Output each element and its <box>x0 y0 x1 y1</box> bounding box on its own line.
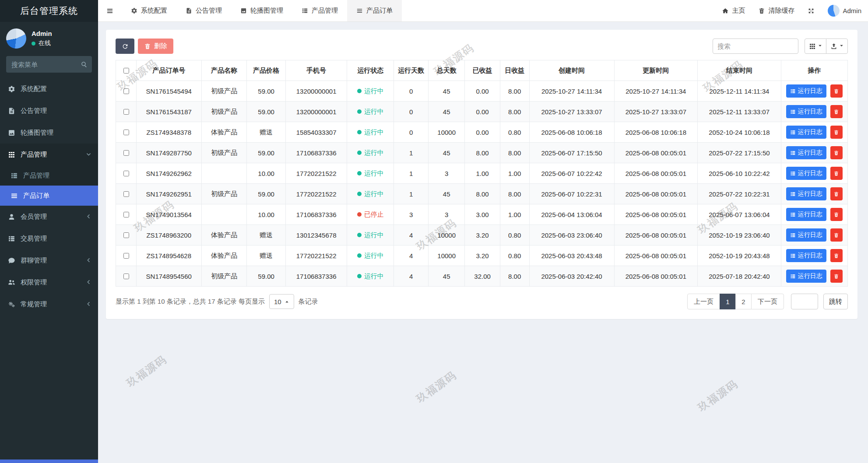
header-daily-earn: 日收益 <box>500 60 529 81</box>
next-page-button[interactable]: 下一页 <box>751 294 784 309</box>
grid-icon <box>809 43 816 50</box>
cell-daily-earn: 8.00 <box>500 143 529 163</box>
caret-down-icon <box>818 43 822 49</box>
home-icon <box>722 7 729 14</box>
cell-daily-earn: 8.00 <box>500 102 529 122</box>
row-checkbox[interactable] <box>123 253 129 259</box>
sidebar-item-product-management[interactable]: 产品管理 <box>0 144 98 165</box>
row-delete-button[interactable] <box>830 187 843 200</box>
cell-phone: 17106837336 <box>285 204 347 225</box>
grid-icon <box>8 151 15 158</box>
row-delete-button[interactable] <box>830 126 843 139</box>
cell-price: 59.00 <box>247 184 286 204</box>
status-badge: 运行中 <box>357 190 384 198</box>
cell-end-time: 2025-07-22 10:22:31 <box>698 184 781 204</box>
sidebar-item-permissions[interactable]: 权限管理 <box>0 271 98 293</box>
status-dot-icon <box>357 89 362 93</box>
fullscreen-button[interactable] <box>801 0 821 21</box>
status-label: 运行中 <box>364 272 384 281</box>
run-log-button[interactable]: 运行日志 <box>786 270 826 283</box>
sidebar-toggle-button[interactable] <box>98 0 122 21</box>
search-icon <box>81 61 88 68</box>
prev-page-button[interactable]: 上一页 <box>687 294 720 309</box>
row-checkbox[interactable] <box>123 150 129 156</box>
row-delete-button[interactable] <box>830 105 843 118</box>
run-log-button[interactable]: 运行日志 <box>786 249 826 262</box>
sidebar-submenu: 产品管理 产品订单 <box>0 165 98 206</box>
row-checkbox[interactable] <box>123 130 129 135</box>
page-button-1[interactable]: 1 <box>720 294 736 309</box>
tab-system-config[interactable]: 系统配置 <box>122 0 176 21</box>
cell-actions: 运行日志 <box>781 204 847 225</box>
sidebar-search-input[interactable] <box>6 56 92 73</box>
page-size-select[interactable]: 10 <box>269 294 294 309</box>
list-icon <box>11 172 18 179</box>
run-log-button[interactable]: 运行日志 <box>786 84 826 98</box>
page-button-2[interactable]: 2 <box>735 294 752 309</box>
tab-announcements[interactable]: 公告管理 <box>176 0 231 21</box>
run-log-button[interactable]: 运行日志 <box>786 228 826 242</box>
table-row: SN1748954560 初级产品 59.00 17106837336 运行中 <box>116 266 848 287</box>
columns-toggle-button[interactable] <box>805 39 826 54</box>
list-icon <box>790 274 796 279</box>
tab-product-management[interactable]: 产品管理 <box>292 0 347 21</box>
export-button[interactable] <box>826 39 848 54</box>
cell-end-time: 2025-07-22 17:15:50 <box>698 143 781 163</box>
jump-button[interactable]: 跳转 <box>823 294 848 309</box>
sidebar-item-group-chat[interactable]: 群聊管理 <box>0 249 98 271</box>
cell-run-days: 4 <box>394 266 429 287</box>
sidebar-item-announcements[interactable]: 公告管理 <box>0 100 98 122</box>
cell-phone: 17106837336 <box>285 143 347 163</box>
run-log-button[interactable]: 运行日志 <box>786 146 826 159</box>
header-run-status: 运行状态 <box>347 60 394 81</box>
row-delete-button[interactable] <box>830 84 843 98</box>
row-delete-button[interactable] <box>830 270 843 283</box>
sidebar-item-members[interactable]: 会员管理 <box>0 206 98 228</box>
row-delete-button[interactable] <box>830 228 843 242</box>
run-log-label: 运行日志 <box>798 149 822 157</box>
cell-updated: 2025-06-08 10:06:18 <box>614 122 698 143</box>
table-toolbar: 删除 <box>116 39 848 54</box>
row-checkbox[interactable] <box>123 191 129 197</box>
run-log-button[interactable]: 运行日志 <box>786 208 826 221</box>
sidebar-item-transactions[interactable]: 交易管理 <box>0 228 98 249</box>
cell-earned: 8.00 <box>465 184 500 204</box>
table-footer: 显示第 1 到第 10 条记录，总共 17 条记录 每页显示 10 条记录 上一… <box>116 294 848 309</box>
refresh-button[interactable] <box>116 39 134 54</box>
row-checkbox[interactable] <box>123 109 129 115</box>
row-checkbox[interactable] <box>123 232 129 238</box>
home-link[interactable]: 主页 <box>715 0 752 21</box>
run-log-label: 运行日志 <box>798 169 822 177</box>
sidebar-item-system-config[interactable]: 系统配置 <box>0 78 98 100</box>
run-log-button[interactable]: 运行日志 <box>786 126 826 139</box>
row-delete-button[interactable] <box>830 249 843 262</box>
run-log-button[interactable]: 运行日志 <box>786 187 826 200</box>
select-all-checkbox[interactable] <box>123 68 129 74</box>
cell-total-days: 45 <box>428 266 465 287</box>
row-checkbox[interactable] <box>123 274 129 279</box>
jump-page-input[interactable] <box>791 294 818 309</box>
row-delete-button[interactable] <box>830 146 843 159</box>
row-delete-button[interactable] <box>830 208 843 221</box>
table-row: SN1749262962 10.00 17720221522 运行中 <box>116 163 848 184</box>
sidebar-item-banners[interactable]: 轮播图管理 <box>0 122 98 144</box>
clear-cache-link[interactable]: 清除缓存 <box>752 0 801 21</box>
row-checkbox[interactable] <box>123 88 129 94</box>
user-menu[interactable]: Admin <box>821 0 868 21</box>
tab-product-orders[interactable]: 产品订单 <box>347 0 402 21</box>
status-dot-icon <box>357 151 362 155</box>
run-log-button[interactable]: 运行日志 <box>786 105 826 118</box>
cell-actions: 运行日志 <box>781 246 847 266</box>
header-run-days: 运行天数 <box>394 60 429 81</box>
row-delete-button[interactable] <box>830 167 843 180</box>
run-log-button[interactable]: 运行日志 <box>786 167 826 180</box>
table-search-input[interactable] <box>713 39 798 54</box>
row-checkbox[interactable] <box>123 171 129 176</box>
tab-banners[interactable]: 轮播图管理 <box>231 0 292 21</box>
delete-button[interactable]: 删除 <box>138 39 173 54</box>
sidebar-item-general[interactable]: 常规管理 <box>0 293 98 315</box>
sidebar-item-product-list[interactable]: 产品管理 <box>0 165 98 186</box>
sidebar-item-product-orders[interactable]: 产品订单 <box>0 186 98 206</box>
cell-product-name: 体验产品 <box>201 225 247 246</box>
row-checkbox[interactable] <box>123 212 129 217</box>
